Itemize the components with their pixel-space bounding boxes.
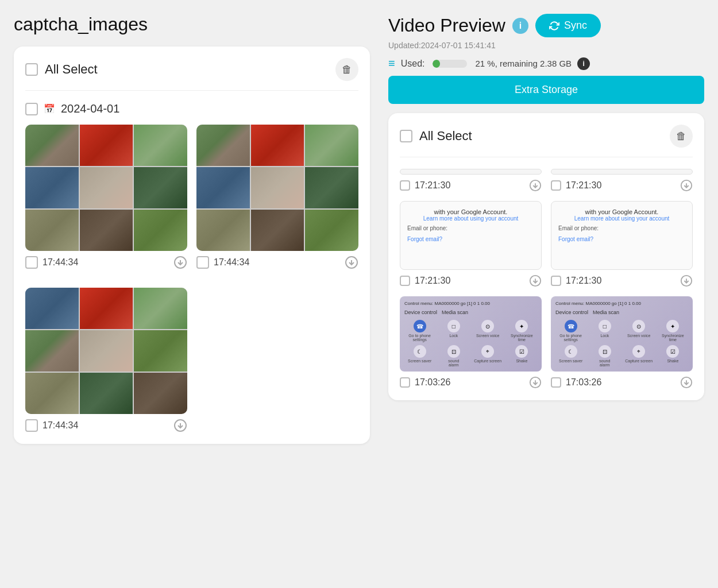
storage-info-icon[interactable]: i [577,57,590,70]
download-button[interactable] [345,256,358,269]
image-checkbox[interactable] [25,419,38,432]
purple-icon-item: ⌖ Capture screen [624,345,654,367]
storage-percent: 21 %, remaining 2.38 GB [475,59,572,68]
download-button[interactable] [173,419,187,432]
all-select-row: All Select 🗑 [25,58,358,91]
video-checkbox[interactable] [400,377,410,388]
purple-icon-item: ☾ Screen saver [404,345,435,367]
image-thumbnail[interactable] [25,288,187,414]
purple-icon-circle: ☎ [414,320,426,332]
purple-tabs: Device control Media scan [555,310,688,315]
captcha-cell [251,125,304,166]
purple-icon-label: soundalarm [599,359,610,367]
video-delete-button[interactable]: 🗑 [670,125,693,148]
video-download-button[interactable] [680,376,693,389]
purple-tabs: Device control Media scan [404,310,537,315]
trash-icon: 🗑 [342,64,352,76]
purple-icon-circle: ☾ [565,345,577,358]
purple-icon-label: Go to phone settings [555,334,586,342]
video-thumbnail-login[interactable]: with your Google Account. Learn more abo… [551,201,693,270]
right-header: Video Preview i Sync [388,14,704,37]
video-meta: 17:03:26 [400,376,542,389]
storage-used-label: Used: [401,59,425,69]
captcha-cell [80,167,133,208]
date-checkbox[interactable] [25,103,38,115]
image-checkbox[interactable] [196,256,209,269]
video-time: 17:03:26 [566,377,675,388]
extra-storage-button[interactable]: Extra Storage [388,76,704,104]
purple-icon-item: ⊡ soundalarm [589,345,620,367]
image-thumbnail[interactable] [196,125,358,251]
video-all-select-checkbox[interactable] [400,130,412,142]
video-item: 17:21:30 [551,169,693,192]
purple-icon-circle: ✦ [515,320,528,332]
download-button[interactable] [173,256,187,269]
purple-icons-grid: ☎ Go to phone settings □ Lock ⊙ Screen v… [404,320,537,367]
delete-button[interactable]: 🗑 [335,58,358,81]
video-download-button[interactable] [529,179,542,192]
video-time: 17:21:30 [566,180,675,191]
video-thumbnail-purple[interactable]: Control menu: MA0000000 go [1] 0 1 0.00 … [400,296,542,372]
video-thumbnail-login[interactable]: with your Google Account. Learn more abo… [400,201,542,270]
email-field-label: Email or phone: [407,225,534,231]
purple-icon-label: Go to phone settings [404,334,435,342]
video-download-button[interactable] [529,274,542,287]
all-select-checkbox[interactable] [25,63,38,76]
purple-icon-item: ⊡ soundalarm [438,345,469,367]
video-all-select-row: All Select 🗑 [400,125,693,157]
video-thumbnail-purple[interactable]: Control menu: MA0000000 go [1] 0 1 0.00 … [551,296,693,372]
video-time: 17:21:30 [415,276,524,286]
purple-icon-item: ☎ Go to phone settings [555,320,586,342]
video-item: with your Google Account. Learn more abo… [400,201,542,287]
purple-icon-circle: ☑ [515,345,528,358]
video-meta: 17:21:30 [400,274,542,287]
login-heading: with your Google Account. Learn more abo… [558,208,685,222]
image-item: 17:44:34 [196,125,358,269]
video-time: 17:21:30 [415,180,524,191]
video-meta: 17:21:30 [551,274,693,287]
image-checkbox[interactable] [25,256,38,269]
captcha-cell [134,330,187,372]
video-time: 17:03:26 [415,377,524,388]
video-item: Control menu: MA0000000 go [1] 0 1 0.00 … [551,296,693,389]
video-download-button[interactable] [680,274,693,287]
image-meta: 17:44:34 [25,419,187,432]
image-item: 17:44:34 [25,288,187,432]
left-panel: captcha_images All Select 🗑 📅 2024-04-01 [14,14,370,574]
captcha-cell [305,125,358,166]
captcha-cell [134,288,187,329]
video-checkbox[interactable] [551,180,561,191]
video-download-button[interactable] [529,376,542,389]
purple-icon-circle: ⊙ [632,320,645,332]
video-thumbnail-plain[interactable] [551,169,693,175]
purple-icon-item: ☑ Shake [658,345,688,367]
video-item: 17:21:30 [400,169,542,192]
storage-bar [433,60,467,68]
info-icon[interactable]: i [512,18,528,34]
purple-icon-circle: ⊡ [599,345,611,358]
purple-icon-label: Screen voice [627,334,650,338]
sync-button[interactable]: Sync [535,14,601,37]
video-checkbox[interactable] [551,276,561,286]
captcha-cell [25,210,79,251]
purple-top-bar: Control menu: MA0000000 go [1] 0 1 0.00 [555,301,688,306]
video-download-button[interactable] [680,179,693,192]
video-checkbox[interactable] [400,180,410,191]
captcha-cell [305,167,358,208]
purple-tab-device: Device control [404,310,437,315]
storage-row: ≡ Used: 21 %, remaining 2.38 GB i [388,57,704,70]
video-checkbox[interactable] [400,276,410,286]
video-thumbnail-plain[interactable] [400,169,542,175]
purple-icon-label: Capture screen [474,359,501,363]
captcha-cell [251,167,304,208]
sync-label: Sync [564,20,587,32]
purple-icon-item: ☎ Go to phone settings [404,320,435,342]
captcha-cell [80,330,133,372]
image-thumbnail[interactable] [25,125,187,251]
video-meta: 17:03:26 [551,376,693,389]
login-link: Learn more about using your account [407,215,534,222]
video-meta: 17:21:30 [400,179,542,192]
captcha-cell [25,125,79,166]
storage-icon: ≡ [388,57,395,70]
video-checkbox[interactable] [551,377,561,388]
